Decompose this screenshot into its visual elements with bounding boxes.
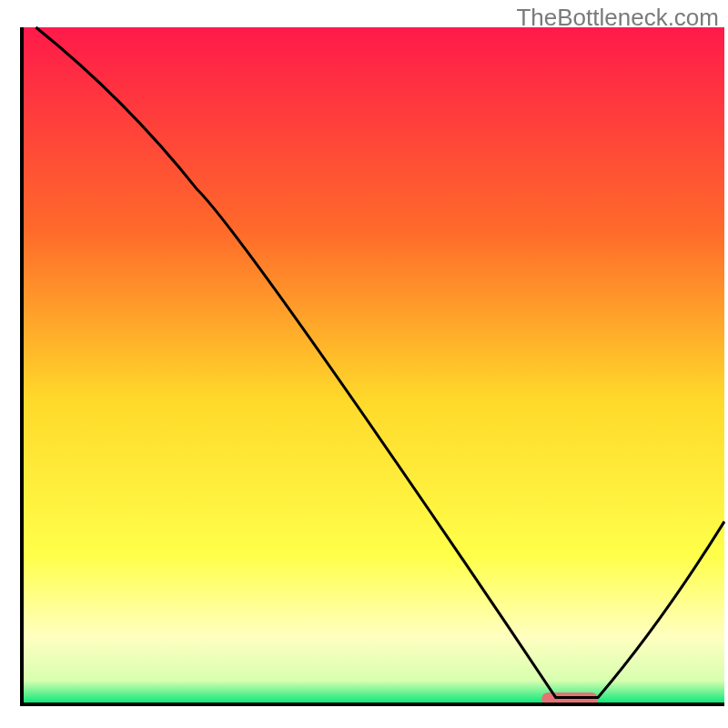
watermark-text: TheBottleneck.com — [516, 4, 719, 32]
gradient-background — [22, 27, 724, 704]
bottleneck-chart — [0, 0, 728, 728]
chart-container: TheBottleneck.com — [0, 0, 728, 728]
